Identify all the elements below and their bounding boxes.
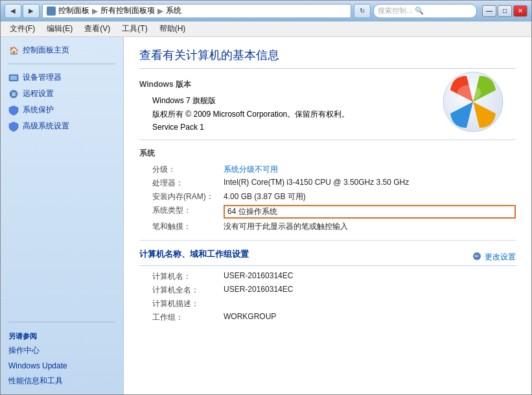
- svg-text:✏: ✏: [474, 253, 480, 259]
- titlebar: ◀ ▶ 控制面板 ▶ 所有控制面板项 ▶ 系统 ↻ 搜索控制... 🔍 — □ …: [1, 1, 531, 21]
- sidebar-item-protection[interactable]: 系统保护: [1, 102, 123, 118]
- main-window: ◀ ▶ 控制面板 ▶ 所有控制面板项 ▶ 系统 ↻ 搜索控制... 🔍 — □ …: [0, 0, 532, 395]
- also-section-title: 另请参阅: [1, 328, 123, 342]
- comp-name-label: 计算机名：: [139, 271, 224, 282]
- workgroup-label: 工作组：: [139, 312, 224, 323]
- system-row-type: 系统类型： 64 位操作系统: [139, 205, 516, 219]
- sidebar-spacer: [1, 134, 123, 317]
- svg-point-5: [457, 85, 481, 101]
- windows-logo: [441, 69, 505, 134]
- touch-value: 没有可用于此显示器的笔或触控输入: [224, 221, 516, 232]
- ram-label: 安装内存(RAM)：: [139, 191, 224, 202]
- sidebar-item-windows-update[interactable]: Windows Update: [1, 359, 123, 373]
- workgroup-value: WORKGROUP: [224, 312, 516, 321]
- menu-tools[interactable]: 工具(T): [117, 22, 152, 36]
- system-row-cpu: 处理器： Intel(R) Core(TM) i3-4150 CPU @ 3.5…: [139, 178, 516, 189]
- sidebar-item-remote[interactable]: 🖥 远程设置: [1, 86, 123, 102]
- forward-button[interactable]: ▶: [23, 4, 40, 18]
- change-settings-icon: ✏: [472, 251, 482, 263]
- cpu-label: 处理器：: [139, 178, 224, 189]
- computer-row-workgroup: 工作组： WORKGROUP: [139, 312, 516, 323]
- cpu-value: Intel(R) Core(TM) i3-4150 CPU @ 3.50GHz …: [224, 178, 516, 187]
- remote-icon: 🖥: [8, 89, 19, 99]
- computer-row-fullname: 计算机全名： USER-20160314EC: [139, 285, 516, 296]
- comp-name-value: USER-20160314EC: [224, 271, 516, 280]
- rating-label: 分级：: [139, 164, 224, 175]
- sidebar-item-perf-info[interactable]: 性能信息和工具: [1, 373, 123, 389]
- menu-edit[interactable]: 编辑(E): [41, 22, 78, 36]
- sidebar-divider-1: [8, 64, 115, 64]
- home-icon: 🏠: [8, 45, 19, 56]
- sidebar-divider-2: [8, 322, 115, 322]
- system-row-touch: 笔和触摸： 没有可用于此显示器的笔或触控输入: [139, 221, 516, 232]
- change-settings-label: 更改设置: [485, 252, 516, 263]
- touch-label: 笔和触摸：: [139, 221, 224, 232]
- nav-buttons: ◀ ▶: [5, 4, 40, 18]
- address-sep-2: ▶: [157, 6, 163, 16]
- search-bar[interactable]: 搜索控制... 🔍: [373, 4, 477, 18]
- computer-row-name: 计算机名： USER-20160314EC: [139, 271, 516, 282]
- close-button[interactable]: ✕: [513, 5, 527, 17]
- menu-help[interactable]: 帮助(H): [154, 22, 191, 36]
- address-part-3: 系统: [166, 5, 181, 16]
- sidebar-item-advanced[interactable]: 高级系统设置: [1, 118, 123, 134]
- type-label: 系统类型：: [139, 205, 224, 216]
- address-part-2: 所有控制面板项: [100, 5, 155, 16]
- change-settings-link[interactable]: ✏ 更改设置: [472, 251, 516, 263]
- menu-view[interactable]: 查看(V): [79, 22, 115, 36]
- system-row-rating: 分级： 系统分级不可用: [139, 164, 516, 175]
- comp-desc-label: 计算机描述：: [139, 298, 224, 309]
- address-bar[interactable]: 控制面板 ▶ 所有控制面板项 ▶ 系统: [42, 4, 351, 18]
- sidebar-advanced-label: 高级系统设置: [23, 121, 69, 132]
- copyright-value: 版权所有 © 2009 Microsoft Corporation。保留所有权利…: [152, 109, 349, 120]
- section-divider-2: [139, 240, 516, 241]
- device-manager-icon: [8, 73, 19, 83]
- ram-value: 4.00 GB (3.87 GB 可用): [224, 191, 516, 202]
- back-button[interactable]: ◀: [5, 4, 21, 18]
- sidebar-protection-label: 系统保护: [23, 104, 54, 115]
- rating-value[interactable]: 系统分级不可用: [224, 164, 516, 175]
- system-row-ram: 安装内存(RAM)： 4.00 GB (3.87 GB 可用): [139, 191, 516, 202]
- refresh-button[interactable]: ↻: [354, 4, 371, 18]
- windows-update-label: Windows Update: [8, 361, 67, 370]
- svg-rect-1: [10, 76, 17, 80]
- content-area: 查看有关计算机的基本信息 Windows 版本 Windows 7 旗舰版 版权…: [124, 37, 531, 394]
- comp-fullname-value: USER-20160314EC: [224, 285, 516, 294]
- computer-row-desc: 计算机描述：: [139, 298, 516, 309]
- sidebar-item-device-manager[interactable]: 设备管理器: [1, 69, 123, 86]
- menu-file[interactable]: 文件(F): [5, 22, 40, 36]
- os-name-value: Windows 7 旗舰版: [152, 95, 216, 106]
- section-divider-1: [139, 139, 516, 140]
- svg-text:🖥: 🖥: [11, 91, 16, 97]
- sidebar-remote-label: 远程设置: [23, 88, 54, 99]
- computer-section-title: 计算机名称、域和工作组设置: [139, 248, 472, 260]
- sidebar: 🏠 控制面板主页 设备管理器 🖥 远程设置 系统保护: [1, 37, 124, 394]
- type-value: 64 位操作系统: [224, 205, 516, 219]
- search-placeholder: 搜索控制...: [378, 6, 412, 16]
- comp-fullname-label: 计算机全名：: [139, 285, 224, 296]
- maximize-button[interactable]: □: [498, 5, 512, 17]
- minimize-button[interactable]: —: [482, 5, 496, 17]
- address-sep-1: ▶: [92, 6, 98, 16]
- address-part-1: 控制面板: [58, 5, 89, 16]
- sidebar-device-manager-label: 设备管理器: [23, 72, 62, 83]
- window-controls: — □ ✕: [482, 5, 527, 17]
- action-center-label: 操作中心: [8, 345, 40, 356]
- sidebar-item-home[interactable]: 🏠 控制面板主页: [1, 42, 123, 58]
- protection-icon: [8, 105, 19, 115]
- service-pack-value: Service Pack 1: [152, 123, 204, 132]
- page-title: 查看有关计算机的基本信息: [139, 47, 516, 69]
- sidebar-home-label: 控制面板主页: [23, 45, 69, 56]
- search-icon: 🔍: [415, 6, 424, 15]
- address-icon: [47, 6, 56, 16]
- main-area: 🏠 控制面板主页 设备管理器 🖥 远程设置 系统保护: [1, 37, 531, 394]
- menubar: 文件(F) 编辑(E) 查看(V) 工具(T) 帮助(H): [1, 21, 531, 37]
- sidebar-item-action-center[interactable]: 操作中心: [1, 342, 123, 359]
- system-section-label: 系统: [139, 148, 516, 159]
- advanced-icon: [8, 121, 19, 132]
- perf-info-label: 性能信息和工具: [8, 376, 63, 387]
